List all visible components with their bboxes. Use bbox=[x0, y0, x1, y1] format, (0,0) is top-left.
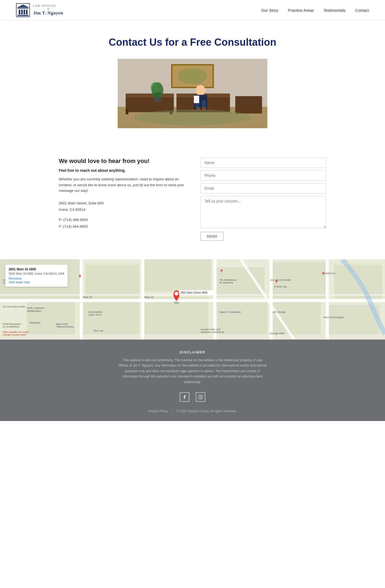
page-title: Contact Us for a Free Consultation bbox=[11, 37, 374, 48]
phone-input[interactable] bbox=[201, 170, 326, 181]
svg-rect-34 bbox=[214, 299, 267, 334]
contact-phone: P: (714) 468-5663 bbox=[59, 218, 88, 222]
email-input[interactable] bbox=[201, 183, 326, 193]
svg-text:The Residences: The Residences bbox=[219, 279, 237, 281]
contact-tagline: Feel free to reach out about anything. bbox=[59, 168, 184, 173]
map-info-box: 2601 Main St #800 2601 Main St #800, Irv… bbox=[5, 265, 68, 287]
main-nav: Our Story Practice Areas Testimonials Co… bbox=[261, 8, 369, 13]
svg-text:Todd Enterprises: Todd Enterprises bbox=[3, 323, 21, 325]
svg-rect-41 bbox=[213, 259, 217, 340]
svg-rect-7 bbox=[126, 94, 174, 98]
svg-point-4 bbox=[178, 68, 207, 84]
map-section: Main St Main St 2601 Main Street #800 📍 … bbox=[0, 259, 385, 340]
logo-icon bbox=[16, 3, 30, 17]
svg-rect-83 bbox=[199, 395, 203, 399]
svg-text:Orange County Airport: Orange County Airport bbox=[3, 333, 27, 336]
privacy-policy-link[interactable]: Privacy Policy bbox=[148, 409, 168, 413]
svg-rect-43 bbox=[326, 259, 329, 340]
svg-text:Life Storage: Life Storage bbox=[273, 311, 286, 313]
svg-text:Hilton Garden Inn Irvine/: Hilton Garden Inn Irvine/ bbox=[3, 331, 29, 333]
footer: DISCLAIMER This website is attorney adve… bbox=[0, 340, 385, 421]
nav-testimonials[interactable]: Testimonials bbox=[324, 8, 346, 13]
svg-text:Verify Corporate: Verify Corporate bbox=[27, 307, 44, 309]
svg-rect-16 bbox=[197, 107, 200, 110]
svg-point-48 bbox=[175, 292, 178, 295]
disclaimer-title: DISCLAIMER bbox=[16, 350, 369, 354]
svg-point-21 bbox=[151, 82, 158, 93]
logo-area: LAW OFFICES of Jim T. Nguyen bbox=[16, 3, 63, 17]
contact-form: SEND bbox=[201, 158, 326, 241]
svg-text:Metropolis: Metropolis bbox=[29, 321, 41, 324]
svg-rect-32 bbox=[80, 302, 139, 334]
svg-text:Main St: Main St bbox=[83, 296, 92, 299]
svg-rect-6 bbox=[126, 96, 174, 112]
firm-name-label: Jim T. Nguyen bbox=[33, 10, 63, 16]
send-button[interactable]: SEND bbox=[201, 232, 224, 241]
svg-rect-27 bbox=[144, 259, 211, 291]
nav-practice-areas[interactable]: Practice Areas bbox=[288, 8, 314, 13]
svg-text:Shur-Lok: Shur-Lok bbox=[94, 329, 103, 332]
name-input[interactable] bbox=[201, 158, 326, 168]
svg-text:OC One-Stop Center: OC One-Stop Center bbox=[3, 305, 25, 308]
law-offices-label: LAW OFFICES bbox=[33, 4, 63, 7]
svg-rect-42 bbox=[270, 259, 273, 340]
contact-phone-fax: P: (714) 468-5663 F: (714) 464-4653 bbox=[59, 217, 184, 230]
svg-text:Irvine Market: Irvine Market bbox=[88, 311, 102, 313]
contact-address: 2601 Main Street, Suite 800 Irvine, CA 9… bbox=[59, 200, 184, 213]
svg-text:Camden Main and: Camden Main and bbox=[201, 328, 220, 331]
svg-text:Granite City: Granite City bbox=[274, 285, 287, 288]
svg-rect-39 bbox=[80, 259, 83, 340]
map-info-address: 2601 Main St #800, Irvine, CA 92614, USA bbox=[9, 272, 64, 275]
map-background: Main St Main St 2601 Main Street #800 📍 … bbox=[0, 259, 385, 340]
svg-text:Race Technologies: Race Technologies bbox=[324, 316, 344, 319]
svg-point-12 bbox=[196, 85, 205, 96]
footer-bottom: Privacy Policy | © 2020 Jessica Cheng. A… bbox=[16, 409, 369, 413]
address-line1: 2601 Main Street, Suite 800 bbox=[59, 201, 103, 205]
svg-text:Modera Inc: Modera Inc bbox=[324, 272, 336, 275]
svg-text:📍: 📍 bbox=[219, 269, 224, 274]
svg-rect-18 bbox=[194, 96, 199, 103]
of-label: of bbox=[33, 7, 63, 10]
svg-text:Liquor Store: Liquor Store bbox=[88, 313, 101, 316]
svg-text:Headquarters: Headquarters bbox=[27, 310, 41, 312]
svg-text:2601 Main Street #800: 2601 Main Street #800 bbox=[180, 291, 208, 294]
facebook-link[interactable] bbox=[180, 392, 189, 402]
svg-rect-22 bbox=[235, 96, 262, 114]
social-links bbox=[16, 392, 369, 402]
svg-text:on Jamboree: on Jamboree bbox=[219, 281, 233, 284]
hero-image bbox=[118, 59, 267, 128]
svg-text:Storage West: Storage West bbox=[270, 332, 285, 335]
svg-text:Jamboree Apartments: Jamboree Apartments bbox=[201, 331, 224, 333]
facebook-icon bbox=[182, 395, 187, 399]
address-line2: Irvine, CA 92614 bbox=[59, 208, 86, 212]
footer-divider: | bbox=[172, 409, 173, 413]
contact-section: We would love to hear from you! Feel fre… bbox=[32, 139, 353, 259]
contact-heading: We would love to hear from you! bbox=[59, 158, 184, 165]
contact-description: Whether you are currently seeking repres… bbox=[59, 176, 184, 194]
svg-point-47 bbox=[174, 301, 179, 304]
svg-rect-40 bbox=[141, 259, 144, 340]
svg-text:Inc (KraftHeinz): Inc (KraftHeinz) bbox=[3, 325, 20, 328]
header: LAW OFFICES of Jim T. Nguyen Our Story P… bbox=[0, 0, 385, 21]
svg-text:📍: 📍 bbox=[78, 275, 82, 279]
contact-info: We would love to hear from you! Feel fre… bbox=[59, 158, 184, 230]
svg-point-84 bbox=[200, 396, 201, 398]
svg-point-85 bbox=[201, 396, 202, 396]
instagram-icon bbox=[198, 395, 203, 399]
svg-text:Just Like the Model: Just Like the Model bbox=[270, 279, 291, 281]
svg-text:Baja Fresh: Baja Fresh bbox=[56, 323, 68, 325]
contact-fax: F: (714) 464-4653 bbox=[59, 224, 88, 228]
map-larger-link[interactable]: View larger map bbox=[9, 281, 30, 284]
logo-text: LAW OFFICES of Jim T. Nguyen bbox=[33, 4, 63, 16]
copyright-text: © 2020 Jessica Cheng. All rights reserve… bbox=[176, 409, 237, 413]
svg-text:Main St: Main St bbox=[144, 296, 153, 299]
message-input[interactable] bbox=[201, 196, 326, 228]
hero-image-svg bbox=[118, 59, 267, 128]
map-info-title: 2601 Main St #800 bbox=[9, 267, 64, 271]
instagram-link[interactable] bbox=[196, 392, 205, 402]
nav-our-story[interactable]: Our Story bbox=[261, 8, 278, 13]
svg-rect-8 bbox=[126, 109, 128, 114]
map-directions-link[interactable]: Directions bbox=[9, 277, 22, 280]
svg-rect-17 bbox=[202, 107, 206, 110]
nav-contact[interactable]: Contact bbox=[355, 8, 369, 13]
